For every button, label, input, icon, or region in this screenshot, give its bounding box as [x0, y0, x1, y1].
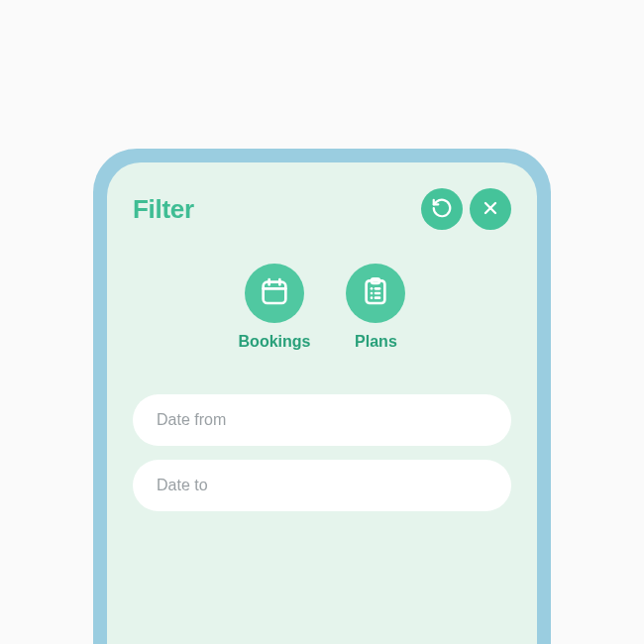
device-frame: Filter — [93, 149, 551, 644]
category-bookings-circle — [245, 264, 304, 323]
category-plans[interactable]: Plans — [346, 264, 405, 351]
inputs — [133, 394, 511, 511]
category-plans-label: Plans — [355, 333, 397, 351]
reset-button[interactable] — [421, 188, 463, 230]
page-title: Filter — [133, 194, 194, 225]
date-to-input[interactable] — [133, 460, 511, 511]
header-actions — [421, 188, 511, 230]
clipboard-icon — [360, 275, 391, 311]
date-from-input[interactable] — [133, 394, 511, 446]
header: Filter — [133, 188, 511, 230]
category-bookings-label: Bookings — [239, 333, 311, 351]
calendar-icon — [259, 275, 290, 311]
category-plans-circle — [346, 264, 405, 323]
filter-screen: Filter — [107, 162, 537, 644]
category-row: Bookings — [133, 264, 511, 351]
close-icon — [481, 198, 500, 221]
svg-rect-2 — [264, 282, 286, 303]
category-bookings[interactable]: Bookings — [239, 264, 311, 351]
close-button[interactable] — [470, 188, 511, 230]
reset-icon — [431, 197, 453, 222]
